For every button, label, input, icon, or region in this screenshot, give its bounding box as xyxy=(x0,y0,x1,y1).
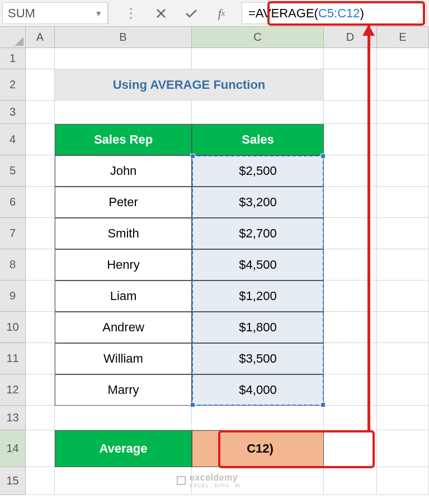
cell-C5[interactable]: $2,500 xyxy=(192,155,324,187)
cell-D11[interactable] xyxy=(324,343,377,374)
row-head-11[interactable]: 11 xyxy=(0,343,26,374)
cell-C12[interactable]: $4,000 xyxy=(192,374,324,406)
cell-D3[interactable] xyxy=(324,101,377,124)
cell-D10[interactable] xyxy=(324,312,377,343)
col-head-E[interactable]: E xyxy=(377,27,429,47)
cell-D9[interactable] xyxy=(324,280,377,312)
row-head-1[interactable]: 1 xyxy=(0,48,26,69)
cell-E2[interactable] xyxy=(377,69,429,101)
row-head-10[interactable]: 10 xyxy=(0,312,26,343)
row-head-4[interactable]: 4 xyxy=(0,124,26,155)
cell-D1[interactable] xyxy=(324,48,377,69)
col-head-C[interactable]: C xyxy=(192,27,324,47)
select-all-corner[interactable] xyxy=(0,27,26,47)
cell-E7[interactable] xyxy=(377,218,429,249)
cell-A9[interactable] xyxy=(26,280,55,312)
name-box[interactable]: SUM ▼ xyxy=(2,2,109,24)
formula-input[interactable]: =AVERAGE(C5:C12) xyxy=(242,2,427,24)
cell-B10[interactable]: Andrew xyxy=(55,312,192,343)
cell-C10[interactable]: $1,800 xyxy=(192,312,324,343)
cell-E13[interactable] xyxy=(377,406,429,430)
cell-B15[interactable] xyxy=(55,467,192,495)
cell-D15[interactable] xyxy=(324,467,377,495)
cell-E10[interactable] xyxy=(377,312,429,343)
cell-C6[interactable]: $3,200 xyxy=(192,187,324,218)
th-sales[interactable]: Sales xyxy=(192,124,324,155)
cell-A6[interactable] xyxy=(26,187,55,218)
cell-E3[interactable] xyxy=(377,101,429,124)
cell-D5[interactable] xyxy=(324,155,377,187)
col-head-D[interactable]: D xyxy=(324,27,377,47)
confirm-icon[interactable] xyxy=(183,8,199,18)
row-head-14[interactable]: 14 xyxy=(0,430,26,467)
row-head-6[interactable]: 6 xyxy=(0,187,26,218)
col-head-A[interactable]: A xyxy=(26,27,55,47)
cell-E6[interactable] xyxy=(377,187,429,218)
cell-A14[interactable] xyxy=(26,430,55,467)
cell-A15[interactable] xyxy=(26,467,55,495)
cell-E12[interactable] xyxy=(377,374,429,406)
cell-D4[interactable] xyxy=(324,124,377,155)
cell-B6[interactable]: Peter xyxy=(55,187,192,218)
row-head-12[interactable]: 12 xyxy=(0,374,26,406)
cell-C9[interactable]: $1,200 xyxy=(192,280,324,312)
cell-A12[interactable] xyxy=(26,374,55,406)
cell-A1[interactable] xyxy=(26,48,55,69)
row-head-13[interactable]: 13 xyxy=(0,406,26,430)
cell-D8[interactable] xyxy=(324,249,377,280)
row-head-2[interactable]: 2 xyxy=(0,69,26,101)
cell-E11[interactable] xyxy=(377,343,429,374)
cancel-icon[interactable] xyxy=(153,8,169,18)
cell-C13[interactable] xyxy=(192,406,324,430)
cell-A3[interactable] xyxy=(26,101,55,124)
cell-A8[interactable] xyxy=(26,249,55,280)
cell-B13[interactable] xyxy=(55,406,192,430)
cell-A5[interactable] xyxy=(26,155,55,187)
cell-C1[interactable] xyxy=(192,48,324,69)
cell-E15[interactable] xyxy=(377,467,429,495)
cell-E14[interactable] xyxy=(377,430,429,467)
cell-E5[interactable] xyxy=(377,155,429,187)
cell-C8[interactable]: $4,500 xyxy=(192,249,324,280)
cell-E9[interactable] xyxy=(377,280,429,312)
cell-B12[interactable]: Marry xyxy=(55,374,192,406)
row-head-9[interactable]: 9 xyxy=(0,280,26,312)
cell-B11[interactable]: William xyxy=(55,343,192,374)
cell-E1[interactable] xyxy=(377,48,429,69)
cell-A4[interactable] xyxy=(26,124,55,155)
cell-B5[interactable]: John xyxy=(55,155,192,187)
cell-E8[interactable] xyxy=(377,249,429,280)
name-box-dropdown-icon[interactable]: ▼ xyxy=(95,9,102,18)
row-head-15[interactable]: 15 xyxy=(0,467,26,495)
cell-D6[interactable] xyxy=(324,187,377,218)
cell-C3[interactable] xyxy=(192,101,324,124)
cell-C7[interactable]: $2,700 xyxy=(192,218,324,249)
row-head-7[interactable]: 7 xyxy=(0,218,26,249)
th-sales-rep[interactable]: Sales Rep xyxy=(55,124,192,155)
cell-A11[interactable] xyxy=(26,343,55,374)
row-head-3[interactable]: 3 xyxy=(0,101,26,124)
cell-B9[interactable]: Liam xyxy=(55,280,192,312)
cell-D12[interactable] xyxy=(324,374,377,406)
col-head-B[interactable]: B xyxy=(55,27,192,47)
cell-D13[interactable] xyxy=(324,406,377,430)
title-cell[interactable]: Using AVERAGE Function xyxy=(55,69,324,101)
cell-B1[interactable] xyxy=(55,48,192,69)
cell-A2[interactable] xyxy=(26,69,55,101)
cell-D7[interactable] xyxy=(324,218,377,249)
row-head-5[interactable]: 5 xyxy=(0,155,26,187)
cell-A7[interactable] xyxy=(26,218,55,249)
cell-B8[interactable]: Henry xyxy=(55,249,192,280)
cell-C11[interactable]: $3,500 xyxy=(192,343,324,374)
row-head-8[interactable]: 8 xyxy=(0,249,26,280)
cell-A13[interactable] xyxy=(26,406,55,430)
cell-D14[interactable] xyxy=(324,430,377,467)
cell-E4[interactable] xyxy=(377,124,429,155)
cell-A10[interactable] xyxy=(26,312,55,343)
cell-B7[interactable]: Smith xyxy=(55,218,192,249)
cell-D2[interactable] xyxy=(324,69,377,101)
active-cell-C14[interactable]: C12) xyxy=(192,430,324,467)
cell-B3[interactable] xyxy=(55,101,192,124)
average-label-cell[interactable]: Average xyxy=(55,430,192,467)
fx-icon[interactable]: fx xyxy=(214,6,229,21)
